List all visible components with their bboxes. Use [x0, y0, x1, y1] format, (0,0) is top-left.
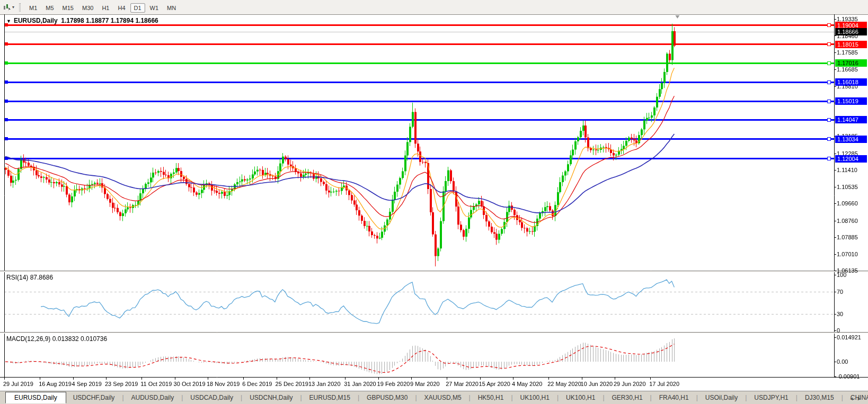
date-label: 22 May 2020	[547, 381, 581, 387]
chart-tab-gbpusd-m30[interactable]: GBPUSD,M30	[360, 393, 414, 402]
tab-scroll-left-arrow[interactable]: ◄	[849, 396, 857, 401]
date-label: 30 Oct 2019	[174, 381, 206, 387]
chart-tab-bar: EURUSD,DailyUSDCHF,Daily|AUDUSD,Daily|US…	[0, 391, 868, 404]
price-axis-tick: 1.16685	[837, 66, 858, 73]
rsi-axis-tick: 30	[837, 311, 843, 317]
chart-tab-xauusd-m5[interactable]: XAUUSD,M5	[418, 393, 468, 402]
rsi-axis-tick: 70	[837, 289, 843, 295]
date-label: 25 Dec 2019	[276, 381, 308, 387]
timeframe-button-m5[interactable]: M5	[42, 3, 57, 13]
timeframe-button-d1[interactable]: D1	[130, 3, 145, 13]
chart-tab-usdcnh-daily[interactable]: USDCNH,Daily	[243, 393, 299, 402]
toolbar-grip[interactable]	[19, 3, 21, 12]
chart-tab-fra40-h1[interactable]: FRA40,H1	[652, 393, 696, 402]
chart-tab-audusd-daily[interactable]: AUDUSD,Daily	[125, 393, 181, 402]
line-right-handle[interactable]	[827, 157, 831, 160]
line-left-handle[interactable]	[5, 80, 8, 84]
price-axis-tick: 1.07010	[837, 251, 858, 257]
tab-scroll-right-arrow[interactable]: ►	[857, 396, 865, 401]
chart-tab-usdcad-daily[interactable]: USDCAD,Daily	[183, 393, 240, 402]
line-right-handle[interactable]	[827, 100, 831, 103]
line-right-handle[interactable]	[827, 23, 831, 27]
macd-axis-tick: -0.00901	[837, 373, 860, 380]
timeframe-button-m30[interactable]: M30	[78, 3, 97, 13]
chart-title: ▼EURUSD,Daily 1.17898 1.18877 1.17894 1.…	[6, 17, 158, 24]
tab-scroll-arrows: ◄►	[849, 396, 865, 401]
price-axis-tick: 1.11410	[837, 167, 857, 173]
timeframe-button-h4[interactable]: H4	[114, 3, 129, 13]
date-label: 31 Jan 2020	[344, 381, 376, 387]
chart-tab-ger30-h1[interactable]: GER30,H1	[605, 393, 650, 402]
date-label: 4 Sep 2019	[72, 381, 102, 387]
line-left-handle[interactable]	[5, 61, 8, 65]
trading-terminal-window: ▾ M1M5M15M30H1H4D1W1MN ▼EURUSD,Daily 1.1…	[0, 0, 868, 404]
line-right-handle[interactable]	[827, 118, 831, 122]
horizontal-level-line-113034[interactable]	[4, 138, 834, 140]
price-axis-tick: 1.17585	[837, 49, 858, 56]
date-label: 15 Apr 2020	[479, 381, 510, 387]
chart-dropdown-icon[interactable]: ▼	[6, 19, 11, 24]
timeframe-button-mn[interactable]: MN	[163, 3, 180, 13]
chart-tab-usdchf-daily[interactable]: USDCHF,Daily	[66, 393, 122, 402]
date-label: 6 Dec 2019	[242, 381, 272, 387]
rsi-axis-tick: 0	[837, 327, 840, 334]
chevron-down-icon[interactable]: ▾	[12, 5, 14, 10]
timeframe-button-w1[interactable]: W1	[146, 3, 163, 13]
timeframe-button-m15[interactable]: M15	[59, 3, 77, 13]
date-label: 13 Jan 2020	[308, 381, 341, 387]
horizontal-level-line-117016[interactable]	[4, 62, 834, 64]
line-left-handle[interactable]	[5, 157, 8, 160]
price-axis-tick: 1.07885	[837, 234, 858, 240]
macd-axis-tick: 0.00	[837, 358, 848, 365]
chart-plot-area[interactable]	[4, 14, 834, 377]
horizontal-level-line-112004[interactable]	[4, 158, 834, 159]
level-price-box[interactable]: 1.14047	[835, 116, 867, 123]
timeframe-button-m1[interactable]: M1	[25, 3, 41, 13]
timeframe-button-h1[interactable]: H1	[98, 3, 113, 13]
line-left-handle[interactable]	[5, 118, 8, 121]
current-price-box: 1.18666	[835, 28, 867, 35]
date-label: 11 Oct 2019	[140, 381, 172, 387]
line-right-handle[interactable]	[827, 80, 831, 84]
line-right-handle[interactable]	[827, 61, 831, 65]
chart-cursor-icon[interactable]	[2, 3, 12, 12]
timeframe-toolbar: ▾ M1M5M15M30H1H4D1W1MN	[0, 0, 868, 15]
horizontal-level-line-116018[interactable]	[4, 82, 834, 83]
chart-tab-uk100-h1[interactable]: UK100,H1	[559, 393, 602, 402]
chart-tab-uk100-h1[interactable]: UK100,H1	[513, 393, 556, 402]
level-price-box[interactable]: 1.18015	[835, 41, 867, 48]
timeframe-buttons: M1M5M15M30H1H4D1W1MN	[25, 3, 180, 12]
chart-tab-usoil-daily[interactable]: USOil,Daily	[698, 393, 745, 402]
date-label: 10 Jun 2020	[581, 381, 613, 387]
line-right-handle[interactable]	[827, 137, 831, 141]
line-left-handle[interactable]	[5, 42, 8, 46]
horizontal-level-line-119004[interactable]	[4, 24, 834, 26]
level-price-box[interactable]: 1.16018	[835, 78, 867, 86]
line-left-handle[interactable]	[5, 137, 8, 140]
line-right-handle[interactable]	[827, 42, 831, 46]
date-label: 17 Jul 2020	[649, 381, 679, 387]
line-left-handle[interactable]	[5, 100, 8, 103]
date-label: 29 Jul 2019	[3, 381, 33, 387]
chart-ohlc-values: 1.17898 1.18877 1.17894 1.18666	[61, 17, 158, 24]
price-axis-tick: 1.08760	[837, 218, 858, 224]
horizontal-level-line-115019[interactable]	[4, 101, 834, 102]
chart-tab-hk50-h1[interactable]: HK50,H1	[471, 393, 511, 402]
chart-tab-eurusd-daily[interactable]: EURUSD,Daily	[5, 392, 66, 403]
date-label: 9 Mar 2020	[410, 381, 440, 387]
macd-axis-tick: 0.014921	[837, 334, 861, 340]
horizontal-level-line-118015[interactable]	[4, 43, 834, 45]
rsi-indicator-label: RSI(14) 87.8686	[6, 274, 53, 281]
horizontal-level-line-114047[interactable]	[4, 119, 834, 121]
level-price-box[interactable]: 1.17016	[835, 59, 867, 67]
date-label: 19 Feb 2020	[377, 381, 410, 387]
chart-tab-dj30-m15[interactable]: DJ30,M15	[798, 393, 841, 402]
date-label: 23 Sep 2019	[105, 381, 138, 387]
chart-tab-usdjpy-h1[interactable]: USDJPY,H1	[747, 393, 795, 402]
rsi-axis-tick: 100	[837, 272, 846, 278]
date-label: 16 Aug 2019	[39, 381, 72, 387]
level-price-box[interactable]: 1.15019	[835, 97, 867, 105]
chart-tab-eurusd-m15[interactable]: EURUSD,M15	[303, 393, 357, 402]
level-price-box[interactable]: 1.13034	[835, 136, 867, 143]
level-price-box[interactable]: 1.12004	[835, 155, 867, 163]
